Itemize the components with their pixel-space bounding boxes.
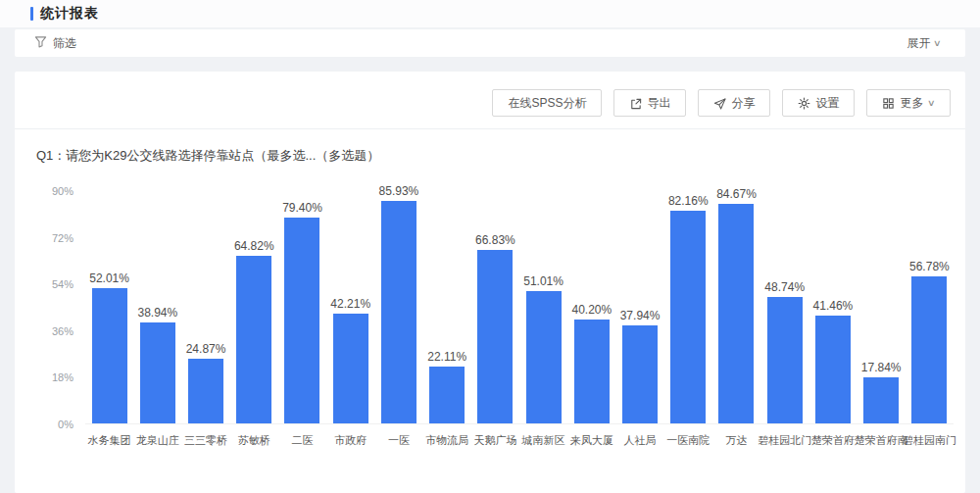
filter-label: 筛选 <box>53 35 76 52</box>
bar-slot: 56.78% <box>906 191 954 423</box>
gear-icon <box>798 97 810 110</box>
bar-value-label: 42.21% <box>330 297 370 311</box>
export-icon <box>629 97 642 110</box>
bar-value-label: 85.93% <box>379 184 419 198</box>
bar[interactable] <box>622 325 658 423</box>
settings-button[interactable]: 设置 <box>782 89 855 117</box>
report-card: 在线SPSS分析 导出 分享 <box>15 72 965 493</box>
bar-value-label: 84.67% <box>716 187 757 201</box>
bar-category-label: 碧桂园北门 <box>760 424 808 456</box>
bar-category-label: 人社局 <box>615 424 663 456</box>
bar-value-label: 38.94% <box>137 306 177 320</box>
bar[interactable] <box>284 218 319 423</box>
spss-analysis-label: 在线SPSS分析 <box>508 95 586 112</box>
expand-label: 展开 <box>906 35 930 52</box>
bar-slot: 64.82% <box>230 191 278 423</box>
bar[interactable] <box>381 201 416 423</box>
spss-analysis-button[interactable]: 在线SPSS分析 <box>492 89 602 117</box>
bar-slot: 52.01% <box>85 191 133 423</box>
bar[interactable] <box>767 297 803 423</box>
bar-category-label: 苏敏桥 <box>230 424 278 456</box>
title-accent-bar <box>30 7 33 21</box>
bar-category-label: 二医 <box>278 424 326 456</box>
bar-value-label: 79.40% <box>282 201 322 215</box>
bar-value-label: 48.74% <box>764 280 805 294</box>
bar-value-label: 41.46% <box>813 299 854 313</box>
bar-slot: 84.67% <box>712 191 760 423</box>
bar-value-label: 51.01% <box>523 274 564 288</box>
bar-slot: 82.16% <box>664 191 712 423</box>
export-label: 导出 <box>647 95 670 112</box>
bar-slot: 48.74% <box>760 191 808 423</box>
bar-slot: 85.93% <box>374 191 422 423</box>
bar-category-label: 龙泉山庄 <box>133 424 181 456</box>
x-axis: 水务集团龙泉山庄三三零桥苏敏桥二医市政府一医市物流局天鹅广场城南新区来凤大厦人社… <box>85 424 954 456</box>
share-icon <box>713 97 726 110</box>
y-tick-label: 72% <box>52 232 74 244</box>
toolbar-divider <box>15 128 965 129</box>
bar[interactable] <box>815 316 851 423</box>
bar-slot: 37.94% <box>615 191 663 423</box>
bar[interactable] <box>718 204 754 423</box>
toolbar: 在线SPSS分析 导出 分享 <box>15 72 965 128</box>
bar[interactable] <box>188 359 223 423</box>
bar-plot: 52.01%38.94%24.87%64.82%79.40%42.21%85.9… <box>85 191 954 424</box>
y-tick-label: 36% <box>52 325 74 337</box>
bar[interactable] <box>477 250 513 423</box>
statistics-report-page: { "page": { "title": "统计报表" }, "filter_b… <box>0 0 980 493</box>
more-button[interactable]: 更多 ∨ <box>866 89 951 117</box>
export-button[interactable]: 导出 <box>613 89 686 117</box>
bar-category-label: 一医 <box>374 424 422 456</box>
bar[interactable] <box>863 377 899 423</box>
y-tick-label: 90% <box>52 185 74 197</box>
share-button[interactable]: 分享 <box>698 89 770 117</box>
bar-slot: 40.20% <box>567 191 615 423</box>
y-axis: 0%18%36%54%72%90% <box>32 191 74 424</box>
bar-value-label: 40.20% <box>571 303 612 317</box>
bar-value-label: 64.82% <box>234 239 274 253</box>
question-title: Q1：请您为K29公交线路选择停靠站点（最多选...（多选题） <box>36 147 965 165</box>
bar-category-label: 水务集团 <box>85 424 133 456</box>
bar-value-label: 37.94% <box>620 309 661 322</box>
bar[interactable] <box>140 322 175 423</box>
bar-value-label: 24.87% <box>186 342 226 356</box>
bar[interactable] <box>526 291 562 423</box>
bar-category-label: 三三零桥 <box>181 424 229 456</box>
bar-slot: 17.84% <box>858 191 906 423</box>
bar-value-label: 66.83% <box>475 233 515 247</box>
y-tick-label: 18% <box>52 371 74 383</box>
bar-value-label: 22.11% <box>427 350 466 364</box>
funnel-icon <box>34 35 47 51</box>
bar-category-label: 来凤大厦 <box>567 424 615 456</box>
y-tick-label: 54% <box>52 278 74 290</box>
y-tick-label: 0% <box>58 419 74 430</box>
bar[interactable] <box>670 211 706 423</box>
bar-slot: 38.94% <box>133 191 181 423</box>
bar[interactable] <box>574 320 610 423</box>
survey-bar-chart: 0%18%36%54%72%90% 52.01%38.94%24.87%64.8… <box>32 191 954 466</box>
expand-toggle[interactable]: 展开 ∨ <box>906 35 941 52</box>
chevron-down-icon: ∨ <box>933 38 942 48</box>
bar-category-label: 楚荣首府 <box>808 424 857 456</box>
bar[interactable] <box>236 256 271 423</box>
bar-value-label: 52.01% <box>89 271 129 285</box>
page-title: 统计报表 <box>40 5 99 23</box>
bar-slot: 79.40% <box>278 191 326 423</box>
grid-icon <box>882 97 895 110</box>
page-header: 统计报表 <box>0 0 980 27</box>
bar[interactable] <box>92 288 127 423</box>
filter-bar: 筛选 展开 ∨ <box>15 29 965 57</box>
bar-slot: 42.21% <box>326 191 374 423</box>
bar-slot: 51.01% <box>519 191 567 423</box>
bar[interactable] <box>911 276 947 423</box>
bar[interactable] <box>429 367 465 423</box>
more-label: 更多 <box>900 95 923 112</box>
filter-toggle[interactable]: 筛选 <box>34 35 76 52</box>
bar-slot: 41.46% <box>808 191 857 423</box>
bar[interactable] <box>333 314 368 423</box>
bar-category-label: 市物流局 <box>423 424 471 456</box>
chevron-down-icon: ∨ <box>927 98 936 108</box>
share-label: 分享 <box>731 95 755 112</box>
bar-value-label: 56.78% <box>909 260 950 273</box>
settings-label: 设置 <box>815 95 839 112</box>
